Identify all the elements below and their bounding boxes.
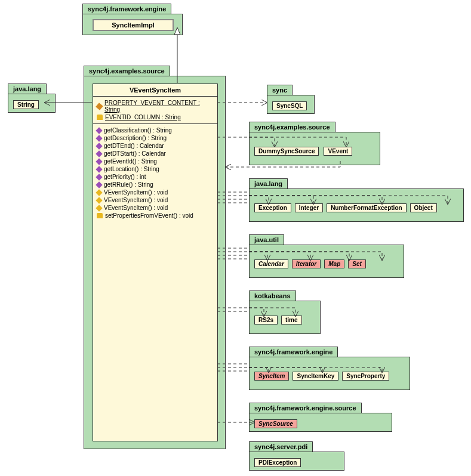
method-row: getPriority() : int xyxy=(97,173,214,181)
diamond-icon xyxy=(96,174,102,180)
class-exception: Exception xyxy=(254,203,291,212)
method-row: getDTStart() : Calendar xyxy=(97,150,214,157)
class-string: String xyxy=(13,100,39,109)
lock-icon xyxy=(97,213,103,218)
class-syncsql: SyncSQL xyxy=(272,101,307,110)
package-tab: sync4j.examples.source xyxy=(84,66,170,76)
method-row: VEventSyncItem() : void xyxy=(97,188,214,196)
class-syncproperty: SyncProperty xyxy=(342,372,389,381)
class-calendar: Calendar xyxy=(254,259,288,268)
package-framework-engine-top: sync4j.framework.engine SyncItemImpl xyxy=(82,14,183,35)
attribute-row: PROPERTY_VEVENT_CONTENT : String xyxy=(97,99,214,113)
class-pdiexception: PDIException xyxy=(254,458,301,467)
attributes-section: PROPERTY_VEVENT_CONTENT : String EVENTID… xyxy=(93,97,217,124)
class-header: VEventSyncItem xyxy=(93,84,217,97)
package-sync: sync SyncSQL xyxy=(267,95,315,114)
methods-section: getClassification() : String getDescript… xyxy=(93,124,217,222)
diamond-icon xyxy=(96,143,102,149)
diamond-icon xyxy=(96,197,102,203)
package-java-lang: java.lang Exception Integer NumberFormat… xyxy=(249,188,464,222)
diamond-icon xyxy=(96,189,102,196)
package-java-util: java.util Calendar Iterator Map Set xyxy=(249,245,404,278)
method-row: setPropertiesFromVEvent() : void xyxy=(97,212,214,220)
package-main-examples-source: sync4j.examples.source VEventSyncItem PR… xyxy=(84,76,226,449)
diamond-icon xyxy=(96,205,102,211)
class-syncitemkey: SyncItemKey xyxy=(293,372,338,381)
package-tab: sync4j.server.pdi xyxy=(249,441,313,452)
lock-icon xyxy=(97,115,103,120)
class-object: Object xyxy=(410,203,437,212)
package-tab: java.lang xyxy=(249,178,288,188)
diamond-icon xyxy=(96,181,102,188)
diamond-icon xyxy=(96,135,102,141)
package-server-pdi: sync4j.server.pdi PDIException xyxy=(249,452,344,471)
class-iterator: Iterator xyxy=(292,259,321,268)
package-tab: sync4j.framework.engine xyxy=(249,347,338,357)
package-framework-engine: sync4j.framework.engine SyncItem SyncIte… xyxy=(249,357,410,390)
package-framework-engine-source: sync4j.framework.engine.source SyncSourc… xyxy=(249,413,392,432)
package-java-lang-left: java.lang String xyxy=(8,94,56,113)
class-rs2s: RS2s xyxy=(254,316,278,324)
package-tab: sync4j.framework.engine xyxy=(82,4,171,14)
method-row: getDescription() : String xyxy=(97,134,214,142)
method-row: getDTEnd() : Calendar xyxy=(97,142,214,150)
method-row: getClassification() : String xyxy=(97,126,214,134)
package-tab: java.lang xyxy=(8,84,47,94)
method-row: getEventId() : String xyxy=(97,157,214,165)
package-tab: sync xyxy=(267,85,293,95)
method-row: getLocation() : String xyxy=(97,165,214,173)
connectors xyxy=(0,0,471,476)
class-syncitemimpl: SyncItemImpl xyxy=(93,19,174,31)
class-vevent: VEvent xyxy=(324,147,352,156)
class-time: time xyxy=(281,316,302,324)
class-veventsync-item: VEventSyncItem PROPERTY_VEVENT_CONTENT :… xyxy=(93,84,218,441)
diamond-icon xyxy=(96,127,102,134)
method-row: VEventSyncItem() : void xyxy=(97,204,214,212)
pencil-icon xyxy=(96,103,103,110)
class-syncitem: SyncItem xyxy=(254,372,289,381)
attribute-row: EVENTID_COLUMN : String xyxy=(97,113,214,121)
diamond-icon xyxy=(96,166,102,172)
package-examples-source: sync4j.examples.source DummySyncSource V… xyxy=(249,132,380,165)
package-kotkabeans: kotkabeans RS2s time xyxy=(249,301,321,334)
package-tab: sync4j.framework.engine.source xyxy=(249,403,362,413)
class-numberformatexception: NumberFormatException xyxy=(327,203,406,212)
diamond-icon xyxy=(96,158,102,165)
class-syncsource: SyncSource xyxy=(254,419,297,428)
class-set: Set xyxy=(348,259,366,268)
package-tab: kotkabeans xyxy=(249,290,296,301)
class-map: Map xyxy=(324,259,344,268)
diamond-icon xyxy=(96,150,102,157)
class-dummysyncsource: DummySyncSource xyxy=(254,147,319,156)
class-integer: Integer xyxy=(295,203,323,212)
method-row: VEventSyncItem() : void xyxy=(97,196,214,204)
package-tab: java.util xyxy=(249,234,284,245)
method-row: getRRule() : String xyxy=(97,181,214,188)
package-tab: sync4j.examples.source xyxy=(249,122,335,132)
